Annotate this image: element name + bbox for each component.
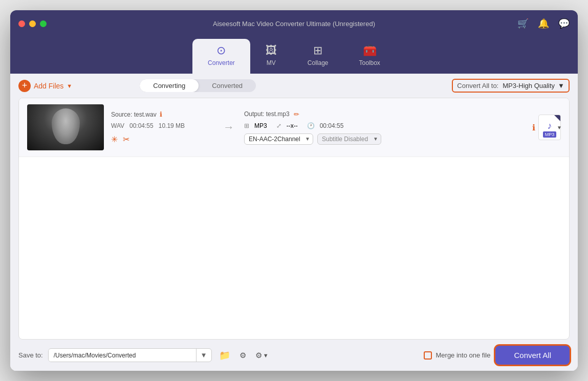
right-icon-area: ℹ ♪ MP3 ▼	[520, 115, 561, 140]
item-info-icon[interactable]: ℹ	[532, 123, 535, 132]
resize-icon: ⤢	[276, 122, 281, 129]
settings-button[interactable]: ⚙▼	[253, 349, 271, 362]
output-controls-row: EN-AAC-2Channel ▼ Subtitle Disabled ▼	[244, 133, 520, 145]
file-size: 10.19 MB	[159, 122, 185, 129]
converter-icon: ⊙	[216, 44, 226, 57]
clock-icon: 🕐	[307, 122, 315, 129]
add-icon: +	[18, 80, 31, 92]
title-bar: Aiseesoft Mac Video Converter Ultimate (…	[10, 10, 578, 37]
tab-collage-label: Collage	[308, 59, 329, 66]
convert-all-button[interactable]: Convert All	[495, 346, 570, 365]
mp3-format-icon[interactable]: ♪ MP3 ▼	[538, 115, 561, 140]
toolbox-icon: 🧰	[363, 44, 377, 57]
converted-tab[interactable]: Converted	[199, 79, 256, 92]
close-button[interactable]	[18, 20, 25, 27]
audio-track-select[interactable]: EN-AAC-2Channel	[244, 133, 313, 145]
file-meta: WAV 00:04:55 10.19 MB	[111, 122, 213, 129]
source-line: Source: test.wav ℹ	[111, 110, 213, 118]
tab-converter-label: Converter	[208, 59, 235, 66]
tab-collage[interactable]: ⊞ Collage	[292, 39, 344, 74]
tab-mv[interactable]: 🖼 MV	[250, 39, 292, 74]
file-list: Source: test.wav ℹ WAV 00:04:55 10.19 MB…	[18, 98, 570, 340]
file-info: Source: test.wav ℹ WAV 00:04:55 10.19 MB…	[111, 110, 213, 144]
convert-arrow: →	[213, 121, 244, 134]
file-duration: 00:04:55	[129, 122, 154, 129]
source-text: Source: test.wav	[111, 111, 157, 118]
save-to-label: Save to:	[18, 351, 43, 359]
source-info-icon[interactable]: ℹ	[160, 110, 162, 118]
converting-converted-toggle: Converting Converted	[140, 79, 256, 92]
save-path-input[interactable]	[49, 349, 196, 362]
mv-icon: 🖼	[266, 44, 277, 57]
file-actions: ✳ ✂	[111, 135, 213, 144]
traffic-lights	[18, 20, 47, 27]
music-note-icon: ♪	[548, 121, 552, 131]
merge-label: Merge into one file	[436, 351, 491, 359]
subtitle-select[interactable]: Subtitle Disabled	[317, 133, 381, 145]
mp3-label: MP3	[543, 131, 557, 138]
subtitle-wrapper: Subtitle Disabled ▼	[317, 133, 381, 145]
output-line: Output: test.mp3 ✏	[244, 110, 520, 118]
collage-icon: ⊞	[313, 44, 322, 57]
add-files-button[interactable]: + Add Files ▼	[18, 80, 72, 92]
format-grid-icon: ⊞	[244, 122, 249, 129]
support-icon[interactable]: 🔔	[538, 18, 549, 29]
convert-all-to-label: Convert All to:	[457, 82, 498, 89]
output-resolution: --x--	[287, 122, 298, 129]
convert-all-to-section: Convert All to: MP3-High Quality ▼	[452, 79, 570, 93]
merge-checkbox[interactable]	[424, 351, 432, 360]
hardware-accel-button[interactable]: ⚙	[237, 349, 248, 362]
tab-mv-label: MV	[267, 59, 276, 66]
tab-converter[interactable]: ⊙ Converter	[192, 39, 250, 74]
tab-bar: ⊙ Converter 🖼 MV ⊞ Collage 🧰 Toolbox	[10, 37, 578, 74]
tab-toolbox[interactable]: 🧰 Toolbox	[344, 39, 396, 74]
convert-all-format-value: MP3-High Quality	[503, 82, 555, 89]
output-format: MP3	[254, 122, 267, 129]
window-title: Aiseesoft Mac Video Converter Ultimate (…	[213, 20, 375, 28]
converting-tab[interactable]: Converting	[140, 79, 199, 92]
app-window: Aiseesoft Mac Video Converter Ultimate (…	[10, 10, 578, 371]
output-area: Output: test.mp3 ✏ ⊞ MP3 ⤢ --x-- 🕐 00:04…	[244, 110, 520, 145]
minimize-button[interactable]	[29, 20, 36, 27]
title-bar-actions: 🛒 🔔 💬	[517, 18, 570, 29]
file-item: Source: test.wav ℹ WAV 00:04:55 10.19 MB…	[19, 98, 569, 157]
file-thumbnail	[27, 104, 104, 150]
output-text: Output: test.mp3	[244, 110, 290, 118]
add-files-dropdown-icon[interactable]: ▼	[67, 83, 72, 89]
tab-toolbox-label: Toolbox	[359, 59, 380, 66]
add-files-label: Add Files	[34, 82, 63, 90]
merge-area: Merge into one file	[424, 351, 491, 360]
portrait-shape	[52, 108, 80, 144]
main-content: + Add Files ▼ Converting Converted Conve…	[10, 74, 578, 371]
open-folder-button[interactable]: 📁	[217, 348, 232, 363]
maximize-button[interactable]	[40, 20, 47, 27]
convert-format-dropdown-icon: ▼	[558, 82, 564, 89]
audio-track-wrapper: EN-AAC-2Channel ▼	[244, 133, 313, 145]
path-dropdown-button[interactable]: ▼	[196, 349, 211, 362]
file-format: WAV	[111, 122, 124, 129]
chat-icon[interactable]: 💬	[558, 18, 570, 29]
output-format-row: ⊞ MP3 ⤢ --x-- 🕐 00:04:55	[244, 122, 520, 129]
enhance-icon[interactable]: ✳	[111, 135, 118, 144]
convert-all-format-selector[interactable]: MP3-High Quality ▼	[503, 82, 564, 89]
save-path-input-wrapper: ▼	[48, 348, 212, 362]
thumbnail-image	[27, 104, 104, 150]
output-duration: 00:04:55	[320, 122, 344, 129]
cart-icon[interactable]: 🛒	[517, 18, 529, 29]
toolbar: + Add Files ▼ Converting Converted Conve…	[10, 74, 578, 98]
mp3-dropdown-icon: ▼	[557, 125, 562, 130]
cut-icon[interactable]: ✂	[123, 135, 129, 144]
arrow-right-icon: →	[223, 121, 234, 134]
bottom-bar: Save to: ▼ 📁 ⚙ ⚙▼ Merge into one file Co…	[10, 340, 578, 371]
edit-output-icon[interactable]: ✏	[294, 110, 299, 118]
